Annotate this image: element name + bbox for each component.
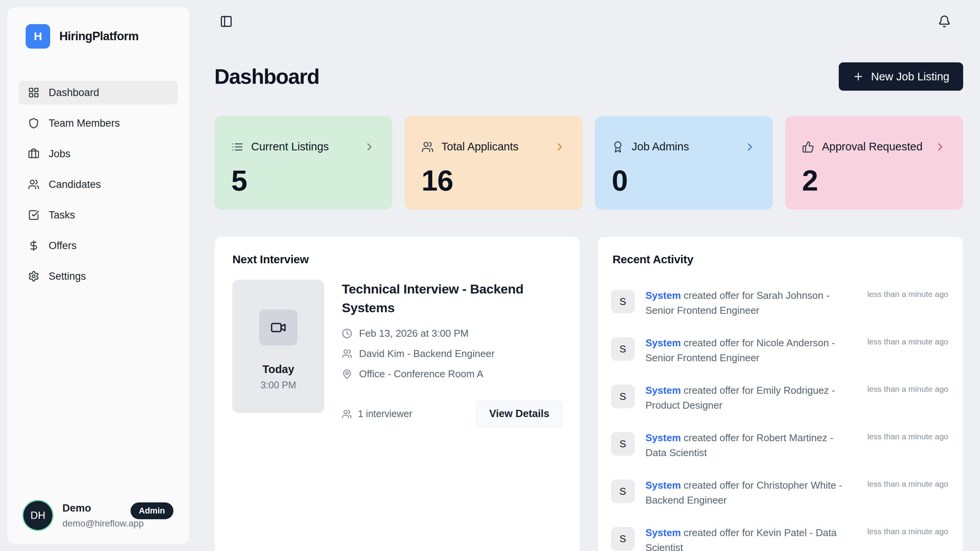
sidebar-item-label: Jobs xyxy=(49,148,70,160)
gear-icon xyxy=(28,271,39,282)
activity-timestamp: less than a minute ago xyxy=(867,385,948,413)
activity-actor-link[interactable]: System xyxy=(645,527,681,538)
sidebar-toggle-button[interactable] xyxy=(220,15,233,28)
interview-details: Feb 13, 2026 at 3:00 PMDavid Kim - Backe… xyxy=(342,328,562,380)
activity-item: SSystem created offer for Robert Martine… xyxy=(611,430,948,460)
activity-actor-link[interactable]: System xyxy=(645,479,681,491)
interview-detail-row: Office - Conference Room A xyxy=(342,368,562,380)
stat-value: 0 xyxy=(612,164,756,197)
notifications-button[interactable] xyxy=(938,15,951,28)
new-job-listing-button[interactable]: New Job Listing xyxy=(839,62,963,91)
sidebar-item-label: Candidates xyxy=(49,179,101,191)
interview-detail-row: Feb 13, 2026 at 3:00 PM xyxy=(342,328,562,339)
new-job-listing-label: New Job Listing xyxy=(871,70,949,83)
stat-label: Job Admins xyxy=(632,140,689,153)
stat-card-header: Current Listings xyxy=(231,140,376,153)
activity-item: SSystem created offer for Emily Rodrigue… xyxy=(611,383,948,413)
stat-card-approval-requested[interactable]: Approval Requested2 xyxy=(785,116,963,210)
stat-card-header: Total Applicants xyxy=(421,140,566,153)
interview-detail-text: Office - Conference Room A xyxy=(359,368,483,380)
activity-item: SSystem created offer for Christopher Wh… xyxy=(611,478,948,508)
user-profile[interactable]: DH Demo demo@hireflow.app Admin xyxy=(19,501,178,530)
activity-item: SSystem created offer for Nicole Anderso… xyxy=(611,336,948,365)
activity-timestamp: less than a minute ago xyxy=(867,479,948,508)
activity-item: SSystem created offer for Sarah Johnson … xyxy=(611,288,948,318)
stat-card-total-applicants[interactable]: Total Applicants16 xyxy=(405,116,583,210)
stat-label: Approval Requested xyxy=(822,140,923,153)
interview-detail-row: David Kim - Backend Engineer xyxy=(342,348,562,360)
award-icon xyxy=(612,141,624,153)
check-square-icon xyxy=(28,209,39,221)
page-header: Dashboard New Job Listing xyxy=(214,62,963,91)
activity-list: SSystem created offer for Sarah Johnson … xyxy=(611,288,948,551)
app-root: H HiringPlatform DashboardTeam MembersJo… xyxy=(0,0,980,551)
panel-left-icon xyxy=(220,15,233,28)
dollar-icon xyxy=(28,240,39,251)
sidebar-nav: DashboardTeam MembersJobsCandidatesTasks… xyxy=(19,81,178,288)
activity-text: System created offer for Robert Martinez… xyxy=(645,430,852,460)
activity-avatar: S xyxy=(611,432,635,456)
sidebar-item-label: Settings xyxy=(49,271,86,282)
sidebar-item-label: Tasks xyxy=(49,209,75,221)
page-title: Dashboard xyxy=(214,64,319,89)
activity-avatar: S xyxy=(611,385,635,408)
plus-icon xyxy=(853,71,864,82)
interview-detail-text: Feb 13, 2026 at 3:00 PM xyxy=(359,328,469,339)
recent-activity-section-title: Recent Activity xyxy=(611,253,948,266)
interview-body: Today 3:00 PM Technical Interview - Back… xyxy=(232,280,562,427)
view-details-button[interactable]: View Details xyxy=(477,401,562,427)
chevron-right-icon xyxy=(934,141,946,153)
activity-actor-link[interactable]: System xyxy=(645,290,681,301)
clock-icon xyxy=(342,328,352,339)
lower-columns: Next Interview Today 3:00 PM Technical I… xyxy=(214,236,963,551)
activity-actor-link[interactable]: System xyxy=(645,385,681,396)
stat-value: 2 xyxy=(802,164,946,197)
interview-title: Technical Interview - Backend Systems xyxy=(342,280,556,318)
stat-card-current-listings[interactable]: Current Listings5 xyxy=(214,116,392,210)
activity-timestamp: less than a minute ago xyxy=(867,432,948,460)
stat-label: Current Listings xyxy=(251,140,329,153)
activity-avatar: S xyxy=(611,527,635,551)
next-interview-section-title: Next Interview xyxy=(232,253,562,266)
stat-card-job-admins[interactable]: Job Admins0 xyxy=(595,116,773,210)
topbar xyxy=(197,0,980,43)
sidebar-item-offers[interactable]: Offers xyxy=(19,234,178,258)
video-icon xyxy=(270,320,286,336)
stat-card-header: Approval Requested xyxy=(802,140,946,153)
app-logo: H xyxy=(26,24,50,49)
sidebar-item-jobs[interactable]: Jobs xyxy=(19,142,178,166)
activity-text: System created offer for Nicole Anderson… xyxy=(645,336,852,365)
users-icon xyxy=(28,179,39,190)
user-name: Demo xyxy=(62,502,121,514)
interview-footer: 1 interviewer View Details xyxy=(342,401,562,427)
stat-card-header: Job Admins xyxy=(612,140,756,153)
sidebar: H HiringPlatform DashboardTeam MembersJo… xyxy=(7,7,190,544)
interviewer-count: 1 interviewer xyxy=(342,408,412,419)
briefcase-icon xyxy=(28,148,39,160)
chevron-right-icon xyxy=(554,141,566,153)
sidebar-item-dashboard[interactable]: Dashboard xyxy=(19,81,178,104)
activity-actor-link[interactable]: System xyxy=(645,337,681,349)
interview-info: Technical Interview - Backend Systems Fe… xyxy=(342,280,562,427)
sidebar-item-settings[interactable]: Settings xyxy=(19,264,178,288)
activity-avatar: S xyxy=(611,290,635,313)
main-area: Dashboard New Job Listing Current Listin… xyxy=(197,0,980,551)
interview-detail-text: David Kim - Backend Engineer xyxy=(359,348,495,360)
sidebar-item-tasks[interactable]: Tasks xyxy=(19,203,178,227)
interview-time: 3:00 PM xyxy=(260,380,296,391)
users-icon xyxy=(342,349,352,359)
interview-day: Today xyxy=(262,363,294,376)
stat-value: 5 xyxy=(231,164,376,197)
activity-timestamp: less than a minute ago xyxy=(867,527,948,551)
sidebar-item-label: Team Members xyxy=(49,117,120,129)
activity-timestamp: less than a minute ago xyxy=(867,290,948,318)
recent-activity-card: Recent Activity SSystem created offer fo… xyxy=(598,236,963,551)
brand: H HiringPlatform xyxy=(19,24,178,49)
stat-label: Total Applicants xyxy=(441,140,519,153)
sidebar-item-candidates[interactable]: Candidates xyxy=(19,173,178,196)
activity-actor-link[interactable]: System xyxy=(645,432,681,443)
interviewer-count-label: 1 interviewer xyxy=(358,408,412,419)
activity-avatar: S xyxy=(611,479,635,503)
video-tile xyxy=(259,310,297,346)
sidebar-item-team-members[interactable]: Team Members xyxy=(19,111,178,135)
